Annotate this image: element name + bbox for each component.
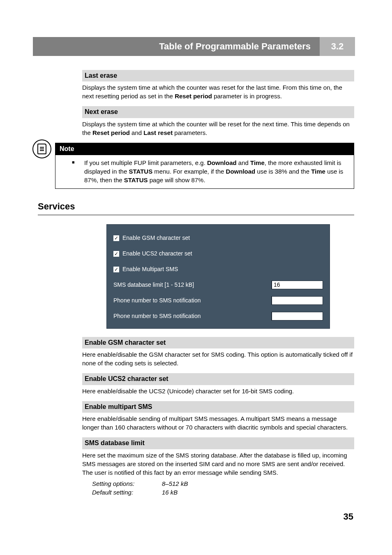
default-setting-label: Default setting: xyxy=(92,488,162,497)
text-bold: Reset period xyxy=(92,129,130,136)
text-bold: Reset period xyxy=(175,93,212,100)
input-phone2[interactable] xyxy=(271,312,323,320)
note-block: Note If you set multiple FUP limit param… xyxy=(55,143,354,189)
text: If you set multiple FUP limit parameters… xyxy=(84,159,207,166)
setting-row-phone2: Phone number to SMS notification xyxy=(113,309,323,324)
paragraph-multipart: Here enable/disable sending of multipart… xyxy=(82,414,354,432)
note-icon xyxy=(32,139,51,158)
page-header-section: 3.2 xyxy=(320,37,355,56)
heading-next-erase: Next erase xyxy=(82,106,354,118)
setting-row-db-limit: SMS database limit [1 - 512 kB] 16 xyxy=(113,277,323,293)
setting-options-label: Setting options: xyxy=(92,479,162,488)
text-bold: STATUS xyxy=(124,176,148,183)
paragraph-next-erase: Displays the system time at which the co… xyxy=(82,120,354,137)
text: use is 38% and the xyxy=(255,168,311,175)
label-ucs2: Enable UCS2 character set xyxy=(122,250,323,258)
page-number: 35 xyxy=(38,511,354,522)
note-body: If you set multiple FUP limit parameters… xyxy=(55,155,354,188)
heading-dblimit: SMS database limit xyxy=(82,437,354,449)
paragraph-gsm: Here enable/disable the GSM character se… xyxy=(82,350,354,367)
input-db-limit[interactable]: 16 xyxy=(271,281,323,289)
paragraph-dblimit: Here set the maximum size of the SMS sto… xyxy=(82,451,354,477)
text: parameter is in progress. xyxy=(212,93,282,100)
setting-row-gsm: ✓ Enable GSM character set xyxy=(113,230,323,246)
text-bold: Download xyxy=(226,168,256,175)
text: page will show 87%. xyxy=(148,176,205,183)
heading-gsm: Enable GSM character set xyxy=(82,337,354,348)
input-phone1[interactable] xyxy=(271,296,323,305)
label-gsm: Enable GSM character set xyxy=(122,234,323,242)
text: menu. For example, if the xyxy=(152,168,226,175)
checkbox-gsm[interactable]: ✓ xyxy=(113,235,119,241)
setting-options-row: Setting options: 8–512 kB xyxy=(92,479,354,488)
text-bold: Time xyxy=(311,168,325,175)
note-heading: Note xyxy=(55,143,354,155)
checkbox-ucs2[interactable]: ✓ xyxy=(113,251,119,257)
setting-row-multipart: ✓ Enable Multipart SMS xyxy=(113,262,323,277)
text: and xyxy=(130,129,143,136)
label-phone1: Phone number to SMS notification xyxy=(113,297,255,305)
default-setting-row: Default setting: 16 kB xyxy=(92,488,354,497)
label-phone2: Phone number to SMS notification xyxy=(113,312,255,320)
default-setting-value: 16 kB xyxy=(162,488,178,497)
heading-services: Services xyxy=(38,200,354,215)
page-header: Table of Programmable Parameters 3.2 xyxy=(33,37,355,56)
heading-services-text: Services xyxy=(38,201,75,211)
heading-multipart: Enable multipart SMS xyxy=(82,401,354,413)
text-bold: Last reset xyxy=(143,129,173,136)
heading-ucs2: Enable UCS2 character set xyxy=(82,373,354,385)
paragraph-ucs2: Here enable/disable the UCS2 (Unicode) c… xyxy=(82,387,354,395)
label-db-limit: SMS database limit [1 - 512 kB] xyxy=(113,281,255,289)
checkbox-multipart[interactable]: ✓ xyxy=(113,267,119,272)
paragraph-last-erase: Displays the system time at which the co… xyxy=(82,83,354,100)
text-bold: STATUS xyxy=(129,168,152,175)
settings-panel: ✓ Enable GSM character set ✓ Enable UCS2… xyxy=(106,224,330,329)
setting-row-ucs2: ✓ Enable UCS2 character set xyxy=(113,246,323,262)
text: and xyxy=(237,159,250,166)
label-multipart: Enable Multipart SMS xyxy=(122,265,323,274)
document-icon xyxy=(37,144,46,154)
heading-last-erase: Last erase xyxy=(82,70,354,81)
text-bold: Download xyxy=(207,159,237,166)
setting-row-phone1: Phone number to SMS notification xyxy=(113,293,323,309)
setting-options-value: 8–512 kB xyxy=(162,479,188,488)
text-bold: Time xyxy=(250,159,265,166)
page-header-title: Table of Programmable Parameters xyxy=(33,37,320,56)
note-item: If you set multiple FUP limit parameters… xyxy=(80,158,346,184)
text: parameters. xyxy=(173,129,207,136)
